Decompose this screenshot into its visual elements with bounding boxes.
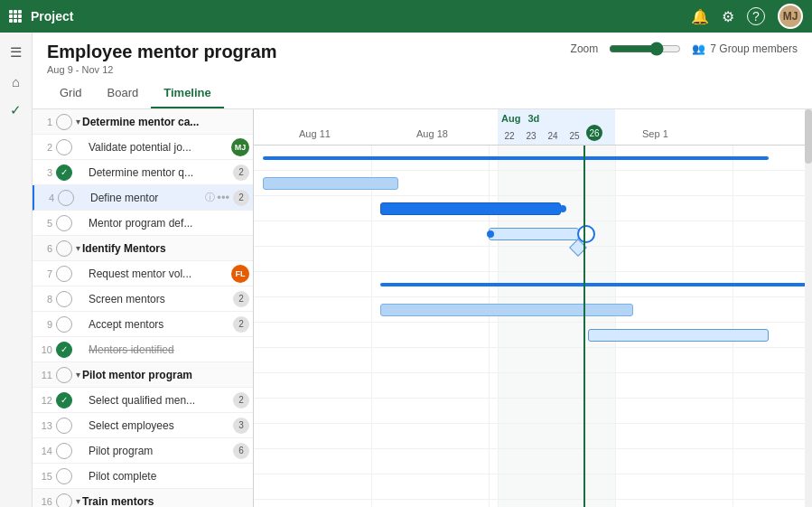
- task-row[interactable]: 8 Screen mentors 2: [33, 286, 253, 312]
- svg-rect-8: [18, 19, 22, 23]
- gantt-row-7: [254, 297, 812, 323]
- task-checkbox[interactable]: [58, 190, 74, 206]
- task-checkbox[interactable]: [56, 291, 72, 307]
- gantt-row-4: [254, 221, 812, 247]
- bell-icon[interactable]: 🔔: [691, 8, 709, 25]
- scrollbar-thumb[interactable]: [805, 109, 812, 164]
- task-name: Select employees: [89, 419, 229, 432]
- group-members-button[interactable]: 👥 7 Group members: [692, 42, 798, 55]
- task-row[interactable]: 13 Select employees 3: [33, 413, 253, 438]
- task-row[interactable]: 11 ▾ Pilot mentor program: [33, 362, 253, 388]
- task-badge: 2: [233, 316, 249, 333]
- help-icon[interactable]: ?: [747, 7, 765, 25]
- task-checkbox[interactable]: [56, 164, 72, 181]
- date-sep1: Sep 1: [642, 128, 668, 139]
- gantt-bar-6: [380, 283, 812, 286]
- sidebar-home-icon[interactable]: ⌂: [4, 69, 29, 94]
- day-26-today: 26: [586, 125, 602, 141]
- expand-icon[interactable]: ▾: [76, 117, 80, 127]
- connector-dot-4: [487, 230, 494, 238]
- task-row[interactable]: 6 ▾ Identify Mentors: [33, 236, 253, 261]
- row-number: 4: [38, 192, 58, 203]
- content: 1 ▾ Determine mentor ca... 2 Validate po…: [33, 109, 812, 507]
- gantt-bar-3: [380, 202, 561, 215]
- day-24: 24: [543, 131, 563, 141]
- gantt-row-15: [254, 500, 812, 507]
- task-checkbox[interactable]: [56, 367, 72, 383]
- task-row[interactable]: 15 Pilot complete: [33, 464, 253, 489]
- row-number: 11: [36, 370, 56, 380]
- task-row[interactable]: 10 Mentors identified: [33, 337, 253, 362]
- task-name: Pilot mentor program: [82, 369, 249, 381]
- tab-timeline[interactable]: Timeline: [151, 79, 224, 108]
- zoom-label: Zoom: [571, 42, 599, 55]
- task-checkbox[interactable]: [56, 240, 72, 257]
- expand-icon[interactable]: ▾: [76, 243, 80, 253]
- task-row[interactable]: 9 Accept mentors 2: [33, 312, 253, 337]
- expand-icon[interactable]: ▾: [76, 370, 80, 380]
- task-checkbox[interactable]: [56, 418, 72, 434]
- task-row[interactable]: 5 Mentor program def...: [33, 211, 253, 236]
- app-grid-icon[interactable]: [9, 10, 22, 23]
- task-name: Mentors identified: [89, 343, 249, 356]
- info-icon[interactable]: ⓘ: [205, 191, 215, 204]
- tab-grid[interactable]: Grid: [47, 79, 95, 108]
- task-checkbox[interactable]: [56, 215, 72, 231]
- task-checkbox[interactable]: [56, 266, 72, 282]
- task-name: Screen mentors: [89, 293, 229, 305]
- day-23: 23: [521, 131, 541, 141]
- task-row[interactable]: 3 Determine mentor q... 2: [33, 160, 253, 185]
- gantt-row-3: [254, 196, 812, 221]
- header-right: Zoom 👥 7 Group members: [571, 42, 798, 63]
- zoom-slider[interactable]: [609, 42, 681, 56]
- row-number: 16: [36, 496, 56, 507]
- top-bar: Project 🔔 ⚙ ? MJ: [0, 0, 812, 33]
- task-name: Define mentor: [90, 192, 202, 204]
- highlight-week: Aug 3d 22 23 24 25 26: [498, 109, 615, 145]
- task-row[interactable]: 2 Validate potential jo... MJ: [33, 135, 253, 160]
- task-checkbox[interactable]: [56, 493, 72, 508]
- avatar[interactable]: MJ: [778, 4, 803, 29]
- task-badge: 2: [233, 291, 249, 307]
- task-badge: 3: [233, 418, 249, 434]
- svg-rect-2: [18, 10, 22, 14]
- date-header: Aug 11 Aug 18 Aug 3d 22 23 24 25 26: [254, 109, 812, 146]
- gear-icon[interactable]: ⚙: [722, 8, 734, 25]
- task-row[interactable]: 16 ▾ Train mentors: [33, 489, 253, 507]
- more-icon[interactable]: •••: [217, 191, 229, 204]
- task-checkbox[interactable]: [56, 342, 72, 358]
- task-checkbox[interactable]: [56, 392, 72, 408]
- week-aug-label: Aug: [501, 113, 520, 124]
- connector-dot-3: [559, 205, 566, 212]
- expand-icon[interactable]: ▾: [76, 496, 80, 506]
- project-date: Aug 9 - Nov 12: [47, 64, 277, 75]
- task-checkbox[interactable]: [56, 114, 72, 130]
- task-row[interactable]: 1 ▾ Determine mentor ca...: [33, 109, 253, 135]
- gantt-row-1: [254, 146, 812, 171]
- app-title: Project: [31, 9, 691, 23]
- task-name: Determine mentor q...: [89, 166, 229, 179]
- task-avatar: MJ: [231, 138, 249, 156]
- task-checkbox[interactable]: [56, 468, 72, 484]
- gantt-row-2: [254, 171, 812, 196]
- task-row[interactable]: 12 Select qualified men... 2: [33, 388, 253, 413]
- sidebar-menu-icon[interactable]: ☰: [4, 40, 29, 65]
- tab-board[interactable]: Board: [95, 79, 152, 108]
- task-row[interactable]: 14 Pilot program 6: [33, 438, 253, 464]
- task-checkbox[interactable]: [56, 316, 72, 333]
- sidebar-check-icon[interactable]: ✓: [4, 98, 29, 123]
- people-icon: 👥: [692, 42, 705, 55]
- task-row[interactable]: 7 Request mentor vol... FL: [33, 261, 253, 286]
- task-checkbox[interactable]: [56, 139, 72, 155]
- row-number: 5: [36, 218, 56, 229]
- gantt-bar-7: [380, 304, 633, 316]
- task-avatar: FL: [231, 265, 249, 283]
- task-checkbox[interactable]: [56, 443, 72, 459]
- group-members-label: 7 Group members: [710, 42, 798, 55]
- gantt-bar-2: [263, 177, 398, 190]
- svg-rect-7: [14, 19, 17, 23]
- task-name: Select qualified men...: [89, 394, 229, 407]
- header: Employee mentor program Aug 9 - Nov 12 G…: [33, 33, 812, 109]
- task-name: Accept mentors: [89, 318, 229, 331]
- task-row[interactable]: 4 Define mentor ⓘ ••• 2: [33, 185, 253, 211]
